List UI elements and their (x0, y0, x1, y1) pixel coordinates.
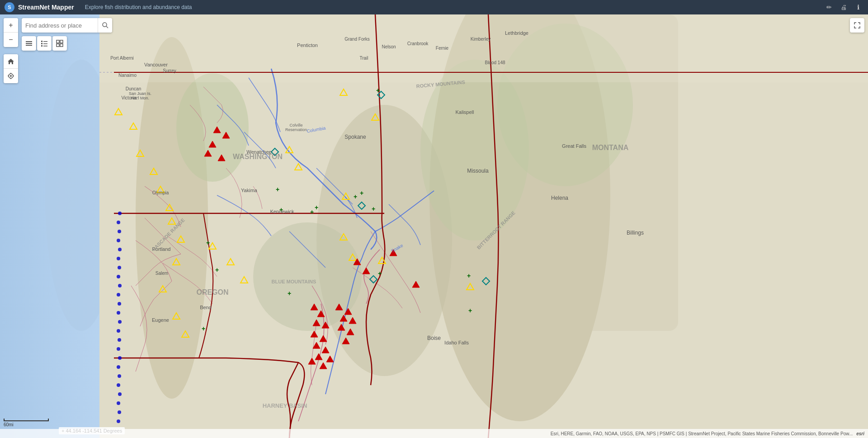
svg-text:Nelson: Nelson (382, 44, 396, 49)
svg-text:Cranbrook: Cranbrook (407, 41, 429, 46)
svg-point-89 (118, 248, 122, 251)
zoom-controls: + − (4, 18, 18, 47)
svg-text:Salem: Salem (156, 271, 168, 276)
svg-text:+: + (354, 193, 357, 200)
svg-text:Olympia: Olympia (152, 190, 169, 195)
svg-text:+: + (468, 307, 472, 314)
svg-point-102 (117, 365, 120, 369)
edit-button[interactable]: ✏ (823, 1, 835, 14)
svg-point-88 (117, 239, 120, 242)
list-icon (40, 39, 48, 47)
svg-text:+: + (202, 325, 205, 332)
svg-text:+: + (215, 266, 219, 273)
svg-point-100 (117, 347, 120, 351)
svg-point-98 (117, 329, 120, 333)
svg-text:Billings: Billings (627, 230, 644, 236)
svg-text:Vancouver: Vancouver (144, 62, 168, 67)
svg-text:Spokane: Spokane (344, 134, 366, 140)
svg-text:Nanaimo: Nanaimo (118, 73, 137, 78)
zoom-in-button[interactable]: + (4, 18, 18, 33)
svg-text:Grand Forks: Grand Forks (344, 37, 370, 42)
svg-point-103 (118, 374, 121, 378)
svg-point-104 (117, 383, 120, 387)
svg-line-155 (106, 26, 108, 28)
svg-point-99 (118, 338, 121, 342)
locate-icon (7, 72, 14, 80)
svg-text:+: + (378, 270, 382, 277)
svg-point-95 (118, 302, 121, 306)
svg-text:HARNEY BASIN: HARNEY BASIN (263, 402, 307, 409)
svg-rect-160 (43, 41, 47, 42)
svg-text:Blood 148: Blood 148 (485, 60, 505, 65)
scale-bar: 60mi (4, 419, 49, 427)
app-logo-area: S StreamNet Mapper (0, 2, 79, 12)
svg-text:+: + (288, 290, 291, 297)
svg-text:+: + (360, 189, 363, 197)
home-locate-group (4, 54, 18, 83)
header-actions: ✏ 🖨 ℹ (823, 1, 868, 14)
svg-rect-161 (41, 43, 42, 44)
svg-rect-158 (26, 45, 32, 46)
svg-marker-169 (8, 59, 14, 64)
svg-point-97 (118, 320, 122, 324)
attribution-bar: Esri, HERE, Garmin, FAO, NOAA, USGS, EPA… (0, 429, 868, 438)
locate-button[interactable] (4, 69, 18, 83)
map-tool-row (22, 36, 67, 51)
svg-point-171 (10, 75, 12, 77)
svg-point-90 (117, 257, 120, 260)
info-button[interactable]: ℹ (852, 1, 864, 14)
svg-point-106 (117, 401, 120, 405)
esri-logo: esri (856, 431, 864, 436)
search-button[interactable] (98, 18, 112, 33)
app-header: S StreamNet Mapper Explore fish distribu… (0, 0, 868, 14)
list-button[interactable] (37, 36, 52, 51)
grid-icon (56, 39, 64, 47)
svg-point-94 (117, 293, 120, 297)
svg-rect-163 (41, 45, 42, 47)
svg-text:+: + (467, 272, 471, 279)
svg-rect-166 (60, 40, 63, 43)
svg-text:Missoula: Missoula (467, 168, 489, 174)
svg-text:Yakima: Yakima (241, 188, 258, 193)
home-button[interactable] (4, 54, 18, 69)
svg-rect-165 (57, 40, 59, 43)
svg-rect-156 (26, 41, 32, 42)
scale-line (4, 419, 49, 421)
expand-button[interactable] (850, 18, 864, 33)
svg-text:Penticton: Penticton (297, 42, 318, 48)
svg-text:Helena: Helena (551, 195, 568, 201)
layers-button[interactable] (22, 36, 36, 51)
svg-text:Nat'l Mon.: Nat'l Mon. (131, 96, 149, 100)
svg-text:Idaho Falls: Idaho Falls (444, 340, 469, 345)
svg-text:Boise: Boise (427, 335, 441, 341)
svg-text:Reservation: Reservation (285, 127, 307, 132)
svg-text:Trail: Trail (359, 56, 368, 61)
svg-point-101 (118, 356, 122, 360)
zoom-out-button[interactable]: − (4, 33, 18, 47)
app-title: StreamNet Mapper (18, 4, 74, 11)
svg-text:MONTANA: MONTANA (592, 144, 629, 151)
svg-text:+: + (310, 208, 314, 216)
svg-text:+: + (315, 204, 318, 211)
svg-text:Surrey: Surrey (163, 68, 176, 73)
svg-text:BLUE MOUNTAINS: BLUE MOUNTAINS (272, 279, 316, 284)
svg-rect-167 (57, 44, 59, 47)
expand-icon (854, 22, 860, 28)
grid-button[interactable] (52, 36, 67, 51)
search-input[interactable] (22, 20, 98, 31)
svg-point-85 (118, 212, 122, 215)
svg-text:OREGON: OREGON (196, 288, 228, 296)
svg-point-105 (118, 392, 122, 396)
svg-text:WASHINGTON: WASHINGTON (233, 153, 283, 160)
print-button[interactable]: 🖨 (837, 1, 850, 14)
svg-rect-168 (60, 44, 63, 47)
map-container[interactable]: + + + + + + + + + + + + + + + (0, 14, 868, 438)
layers-icon (25, 39, 33, 47)
home-icon (7, 58, 14, 65)
map-svg: + + + + + + + + + + + + + + + (0, 14, 868, 438)
svg-text:Kennewick: Kennewick (270, 209, 294, 214)
svg-text:Lethbridge: Lethbridge (505, 30, 528, 36)
svg-rect-164 (43, 46, 47, 47)
svg-text:Kalispell: Kalispell (456, 109, 474, 115)
svg-text:Great Falls: Great Falls (562, 143, 586, 149)
